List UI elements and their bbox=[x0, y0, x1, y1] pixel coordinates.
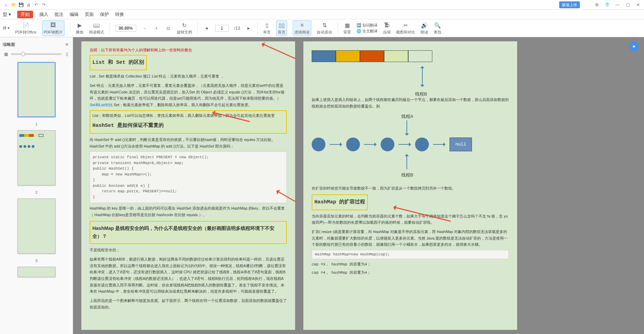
word-translate[interactable]: 🔤 划词翻译 bbox=[356, 23, 378, 28]
settings-icon[interactable]: ⚙ bbox=[594, 2, 600, 8]
p-not-threadsafe: 不是线程安全的； bbox=[90, 247, 287, 253]
auto-scroll[interactable]: ⇅自动滚动 bbox=[317, 21, 332, 35]
read-mode[interactable]: 📖阅读模式 bbox=[89, 21, 104, 35]
menu-edit[interactable]: 编辑 bbox=[70, 11, 79, 18]
doc-note: 说明：以下所有答案均为个人的理解和网上的一些资料的整合 bbox=[90, 47, 287, 53]
zoom-out-icon[interactable]: − bbox=[142, 25, 148, 31]
print-icon[interactable]: 🖨 bbox=[26, 2, 32, 8]
full-translate[interactable]: 🌐 全文翻译 bbox=[356, 29, 378, 34]
read-aloud[interactable]: 🔊朗读 bbox=[421, 21, 428, 35]
menu-protect[interactable]: 保护 bbox=[100, 11, 109, 18]
menu-insert[interactable]: 插入 bbox=[39, 11, 48, 18]
thumbnail-2[interactable] bbox=[18, 130, 56, 185]
menu-convert[interactable]: 转换 bbox=[115, 11, 124, 18]
play-button[interactable]: ▶播放 bbox=[76, 21, 83, 35]
floating-action-icon[interactable]: ✦ bbox=[629, 41, 639, 52]
thumbnail-4[interactable] bbox=[18, 267, 56, 277]
p-hashmap-key: HashMap 的 key 是唯一的，由上面的代码可以看出 HashSet 添加… bbox=[90, 205, 287, 218]
p-resize-inconsistent: 在扩容的时候也可能会导致数据不一致，因为扩容是从一个数组拷贝到另外一个数组。 bbox=[312, 185, 509, 192]
p-list-features: List：和数组类似，List可以动态增长，查找元素效率高，插入删除元素效率低，… bbox=[92, 112, 284, 119]
p-threadsafe-explain: 如果有两个线程A和B，都进行插入数据，刚好这两条不同的数据经过哈希计算后得到的哈… bbox=[90, 256, 287, 295]
close-icon[interactable]: ✕ bbox=[635, 2, 641, 8]
find[interactable]: 🔍查找 bbox=[434, 21, 441, 35]
label-threadB-1: 线程B bbox=[415, 90, 427, 98]
max-icon[interactable]: ▢ bbox=[625, 2, 631, 8]
zoom-fit-icon[interactable]: ⊡ bbox=[165, 25, 171, 31]
p-set-features: Set 特点：元素无放入顺序，元素不可重复，重复元素会覆盖掉，（元素虽然无放入顺… bbox=[90, 82, 287, 108]
code-hashset: private static final Object PRESENT = ne… bbox=[90, 151, 287, 203]
thumb-num-1: 1 bbox=[35, 122, 37, 126]
arrow-up-icon bbox=[422, 66, 423, 87]
label-threadA: 线程A bbox=[401, 113, 413, 120]
sidebar-close-icon[interactable]: ✕ bbox=[64, 41, 70, 48]
p-linked-insert: 如果上述插入是插入到链表上，如两个线程都在遍历到最后一个节点，都要在最后添加一个… bbox=[312, 97, 509, 109]
redo-icon[interactable]: ↷ bbox=[41, 2, 47, 8]
zoom-in-icon[interactable]: + bbox=[153, 25, 160, 31]
thumb-grid-icon[interactable]: ▦ bbox=[3, 51, 9, 57]
main-area: 缩略图 ✕ ▦ ▯ 1 2 3 说明：以下所有答案均为个人的理解和网上的一些资料… bbox=[0, 37, 644, 334]
pdf-to-image[interactable]: 🖼PDF转图片 bbox=[42, 20, 64, 36]
ribbon: 择 ▾ 📄PDF转Office 🖼PDF转图片 ▶播放 📖阅读模式 − + ⊡ … bbox=[0, 19, 644, 37]
document-area[interactable]: 说明：以下所有答案均为个人的理解和网上的一些资料的整合 List 和 Set 的… bbox=[73, 37, 644, 334]
p-resize-when: 当向容器添加元素的时候，会判断当前容器的元素个数，如果大于等于阈值知道这个阈字怎… bbox=[312, 213, 509, 226]
null-node: null bbox=[450, 138, 472, 151]
thumb-num-2: 2 bbox=[35, 190, 37, 194]
zoom-input[interactable] bbox=[115, 25, 136, 32]
menu-annotate[interactable]: 批注 bbox=[54, 11, 63, 18]
screenshot-compare[interactable]: ✂截图和对比 bbox=[396, 21, 415, 35]
ribbon-select-type[interactable]: 择 ▾ bbox=[3, 26, 10, 31]
thumb-single-icon[interactable]: ▯ bbox=[64, 51, 70, 57]
thumbnail-3[interactable] bbox=[18, 199, 56, 254]
p-cap4: cap =4， hashMap 的容量为4； bbox=[312, 270, 509, 276]
heading-hashset: HashSet 是如何保证不重复的 bbox=[92, 121, 284, 130]
background[interactable]: ▦背景 bbox=[343, 21, 351, 35]
thumbnail-1[interactable] bbox=[18, 62, 56, 117]
menu-type-dropdown[interactable]: 型 ▾ bbox=[3, 11, 11, 18]
thumb-size-slider[interactable] bbox=[11, 53, 62, 55]
continuous-read[interactable]: ≡连续阅读 bbox=[293, 20, 311, 36]
skin-icon[interactable]: 👕 bbox=[604, 2, 610, 8]
heading-threadsafe: HashMap 是线程安全的吗，为什么不是线程安全的（最好画图说明多线程环境下不… bbox=[92, 224, 284, 241]
diagram-linked-list: 线程A null 线程B bbox=[312, 113, 509, 182]
heading-list-set: List 和 Set 的区别 bbox=[92, 58, 144, 67]
p-list-set-intro: List , Set 都是继承自 Collection 接口 List 特点：元… bbox=[90, 73, 287, 80]
page-1: 说明：以下所有答案均为个人的理解和网上的一些资料的整合 List 和 Set 的… bbox=[81, 41, 295, 330]
thumb-num-3: 3 bbox=[35, 259, 37, 263]
heading-resize: HashMap 的扩容过程 bbox=[314, 198, 365, 207]
double-page[interactable]: ▯▯双页 bbox=[276, 20, 287, 36]
sidebar-thumbnails: 缩略图 ✕ ▦ ▯ 1 2 3 bbox=[0, 37, 73, 334]
page-2: 线程B 如果上述插入是插入到链表上，如两个线程都在遍历到最后一个节点，都要在最后… bbox=[303, 41, 517, 330]
menubar: 型 ▾ 开始 插入 批注 编辑 页面 保护 转换 bbox=[0, 10, 644, 19]
compress[interactable]: 🗜压缩 bbox=[383, 21, 391, 35]
menu-start[interactable]: 开始 bbox=[17, 11, 33, 18]
p-cap3: cap =3， hashMap 的容量为4； bbox=[312, 261, 509, 268]
page-total: /13 bbox=[234, 26, 240, 31]
next-page-icon[interactable]: ► bbox=[245, 25, 252, 31]
window-controls: ⚙ 👕 — ▢ ✕ bbox=[594, 2, 641, 8]
rotate-doc[interactable]: ↻旋转文档 bbox=[177, 21, 192, 35]
code-hashmap-new: HashMap hashMap=new HashMap(cap); bbox=[312, 250, 509, 259]
quick-toolbar: ⌂ 📁 💾 🖨 ↶ ↷ 极速上传 ⚙ 👕 — ▢ ✕ bbox=[0, 0, 644, 10]
undo-icon[interactable]: ↶ bbox=[33, 2, 39, 8]
min-icon[interactable]: — bbox=[614, 2, 621, 8]
page-input[interactable] bbox=[215, 25, 229, 32]
save-icon[interactable]: 💾 bbox=[18, 2, 24, 8]
p-hashset-add: 向 HashSet 中 add ()元素时，判断元素是否存在的依据，不仅要比较h… bbox=[90, 136, 287, 149]
sidebar-title: 缩略图 bbox=[3, 42, 15, 48]
home-icon[interactable]: ⌂ bbox=[3, 2, 9, 8]
diagram-color-row: 线程B bbox=[312, 50, 509, 62]
prev-page-icon[interactable]: ◄ bbox=[203, 25, 210, 31]
p-diagram-intro: 上面所说的是一个图来解释可能更加直观。如下面所示，两个线程在同一个位置添加数据，… bbox=[90, 297, 287, 310]
p-resize-how: 扩容( resize )就是重新计算容量，向 HashMap 对象里不停的添加元… bbox=[312, 229, 509, 248]
label-threadB-2: 线程B bbox=[401, 171, 413, 179]
pdf-to-office[interactable]: 📄PDF转Office bbox=[15, 21, 37, 35]
single-page[interactable]: ▯单页 bbox=[263, 21, 271, 35]
menu-page[interactable]: 页面 bbox=[85, 11, 94, 18]
upload-badge[interactable]: 极速上传 bbox=[559, 1, 580, 8]
open-icon[interactable]: 📁 bbox=[10, 2, 17, 8]
